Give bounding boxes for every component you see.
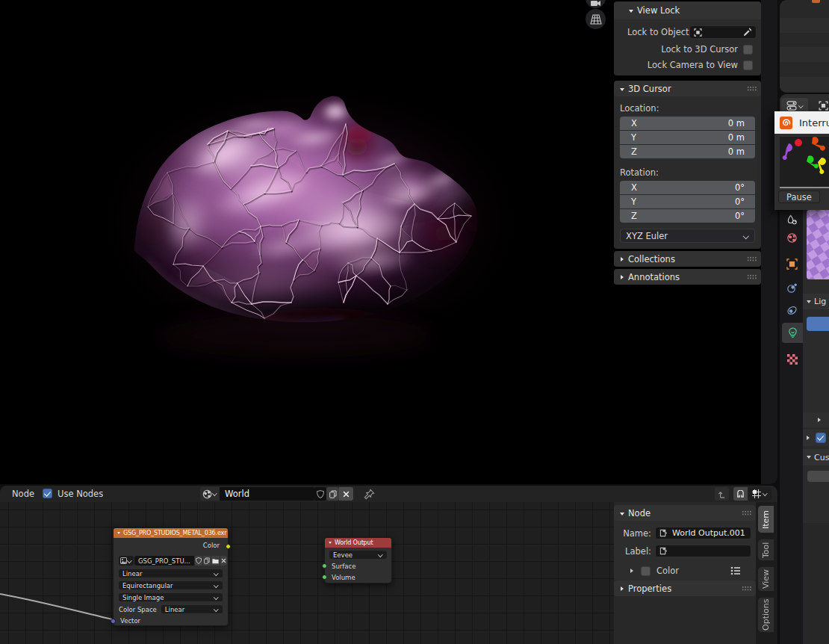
panel-grip-icon[interactable] [747,256,757,261]
source-dropdown[interactable]: Single Image [119,593,223,601]
tab-tool[interactable]: Tool [758,539,774,561]
unlink-world-button[interactable] [339,487,353,501]
tab-render-properties[interactable] [782,210,802,230]
eyedropper-icon[interactable] [743,28,752,37]
constraints-icon [786,282,798,294]
collapse-triangle-icon[interactable] [630,569,633,573]
checkbox-panel-header[interactable] [803,430,829,446]
duplicate-icon [204,557,210,564]
fake-user-shield-button[interactable] [195,556,202,566]
image-browse-button[interactable] [119,556,134,566]
copy-datablock-button[interactable] [203,556,211,566]
use-nodes-checkbox[interactable] [43,489,52,498]
panel-grip-icon[interactable] [742,510,751,515]
fake-user-shield-button[interactable] [314,487,326,501]
image-name-field[interactable]: GSG_PRO_STU... [134,556,194,566]
tab-light-data-properties[interactable] [782,323,803,343]
node-label-label: Label: [618,546,651,557]
volume-input-socket[interactable] [322,575,327,580]
tab-constraints-properties[interactable] [782,278,802,298]
pause-button[interactable]: Pause [778,191,820,203]
tab-object-properties[interactable] [782,254,802,274]
rotation-order-dropdown[interactable]: XYZ Euler [620,229,755,243]
annotations-panel-header[interactable]: Annotations [614,269,761,285]
cursor-rotation-x[interactable]: X 0° [620,181,755,194]
tab-item[interactable]: Item [758,505,774,533]
light-color-field[interactable] [807,317,829,331]
pin-icon[interactable] [364,489,375,500]
new-world-button[interactable] [326,487,339,501]
cursor-location-y[interactable]: Y 0 m [620,131,755,144]
browse-world-button[interactable] [200,487,220,501]
color-presets-icon[interactable] [730,566,741,575]
shader-editor-header: Node Use Nodes World [0,486,777,502]
cursor-location-z[interactable]: Z 0 m [620,145,755,158]
cursor-location-x[interactable]: X 0 m [620,117,755,130]
cursor-rotation-y[interactable]: Y 0° [620,195,755,208]
physics-icon [786,305,798,316]
collapse-triangle-icon [807,456,811,459]
node-name-field[interactable]: World Output.001 [655,527,751,539]
open-image-folder-button[interactable] [211,556,220,566]
cursor-rotation-z[interactable]: Z 0° [620,209,755,223]
parent-node-tree-button[interactable] [715,487,729,501]
tab-options[interactable]: Options [758,597,774,633]
view-lock-panel: View Lock Lock to Object Lock to 3D Curs… [614,1,761,75]
tab-view[interactable]: View [758,566,774,592]
properties-editor-icon [786,101,798,111]
snap-target-dropdown[interactable] [748,487,771,501]
viewport-sidebar: View Lock Lock to Object Lock to 3D Curs… [614,0,761,290]
collapse-triangle-icon [117,532,120,534]
surface-input-socket[interactable] [322,563,327,569]
vector-input-socket[interactable] [111,619,116,624]
panel-grip-icon[interactable] [747,274,757,279]
light-panel-header[interactable]: Lig [803,294,829,309]
environment-texture-node-header[interactable]: GSG_PRO_STUDIOS_METAL_036.exr [114,528,228,538]
collapse-triangle-icon [807,436,810,440]
lock-3d-cursor-checkbox[interactable] [743,45,753,55]
snap-toggle-button[interactable] [733,487,748,501]
projection-dropdown[interactable]: Equirectangular [119,581,223,589]
rotation-label: Rotation: [620,167,755,178]
outliner-row[interactable] [780,77,829,92]
node-panel-header[interactable]: Node [614,505,756,521]
node-label-field[interactable] [655,545,751,557]
panel-enable-checkbox[interactable] [816,433,826,443]
view-lock-panel-header[interactable]: View Lock [614,1,761,19]
lock-to-object-field[interactable] [689,25,757,39]
node-editor-canvas[interactable]: GSG_PRO_STUDIOS_METAL_036.exr Color GSG_… [0,502,777,644]
close-icon [221,558,226,563]
node-color-checkbox[interactable] [641,566,651,576]
3d-viewport[interactable]: View Lock Lock to Object Lock to 3D Curs… [0,0,777,484]
environment-texture-node[interactable]: GSG_PRO_STUDIOS_METAL_036.exr Color GSG_… [113,527,229,626]
lock-camera-checkbox[interactable] [743,61,753,70]
3d-cursor-panel-header[interactable]: 3D Cursor [614,81,761,96]
outliner[interactable] [780,0,829,93]
interpolation-dropdown[interactable]: Linear [119,569,223,578]
properties-panel-header[interactable]: Properties [614,580,756,596]
world-icon [202,489,212,499]
add-custom-property-button[interactable] [807,471,829,482]
node-menu[interactable]: Node [12,489,34,499]
output-target-dropdown[interactable]: Eevee [329,551,387,559]
collections-panel-header[interactable]: Collections [614,251,761,267]
properties-panel: Properties [614,580,756,596]
outliner-row[interactable] [780,18,829,33]
color-space-dropdown[interactable]: Linear [161,605,223,613]
unlink-image-button[interactable] [220,556,227,566]
custom-properties-panel-header[interactable]: Cus [803,449,829,465]
tab-texture-properties[interactable] [782,349,802,369]
collapsed-subpanel-header[interactable] [803,412,829,427]
lock-to-object-label: Lock to Object [627,27,689,37]
panel-grip-icon[interactable] [747,86,757,91]
color-output-socket[interactable] [226,544,231,549]
outliner-row[interactable] [780,47,829,62]
world-output-node[interactable]: World Output Eevee Surface Volume [324,537,392,583]
tab-physics-properties[interactable] [782,300,802,321]
world-output-node-header[interactable]: World Output [325,538,391,548]
tab-world-properties[interactable] [782,228,802,248]
panel-grip-icon[interactable] [742,586,751,591]
perspective-ortho-icon[interactable] [586,9,606,29]
magnet-icon [736,490,745,498]
world-name-field[interactable]: World [220,487,314,501]
